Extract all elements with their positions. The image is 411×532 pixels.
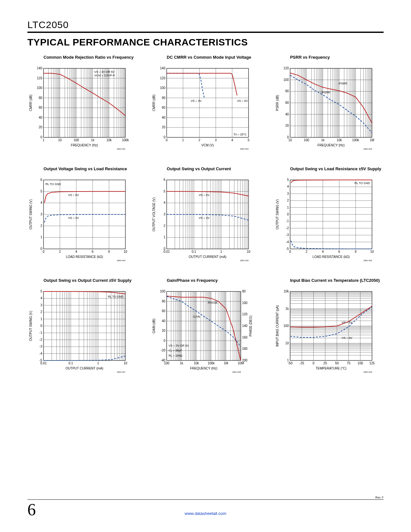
svg-text:2050 G06: 2050 G06: [363, 260, 372, 261]
svg-text:VCM (V): VCM (V): [201, 143, 214, 147]
svg-text:4: 4: [287, 185, 289, 188]
svg-text:5: 5: [164, 190, 166, 193]
svg-rect-88: [167, 68, 249, 137]
section-heading: TYPICAL PERFORMANCE CHARACTERISTICS: [27, 37, 384, 48]
svg-text:OUTPUT SWING (V): OUTPUT SWING (V): [276, 199, 279, 230]
svg-text:2: 2: [59, 250, 61, 253]
svg-text:5: 5: [287, 178, 289, 182]
svg-text:100: 100: [304, 138, 309, 142]
svg-text:PSRR (dB): PSRR (dB): [276, 95, 279, 111]
svg-text:80: 80: [39, 96, 43, 100]
svg-text:4: 4: [40, 201, 42, 204]
svg-text:140: 140: [37, 66, 42, 70]
svg-text:RL TO GND: RL TO GND: [354, 182, 370, 185]
svg-text:0: 0: [164, 135, 166, 139]
svg-text:50: 50: [335, 361, 339, 365]
svg-text:-2: -2: [286, 226, 289, 230]
svg-text:4: 4: [231, 138, 233, 142]
svg-text:1k: 1k: [180, 361, 184, 365]
chart-G05: 0.010.11100123456OUTPUT CURRENT (mA)OUTP…: [151, 178, 254, 262]
svg-text:5: 5: [40, 290, 42, 293]
svg-text:0.1: 0.1: [192, 250, 196, 253]
svg-text:1: 1: [220, 250, 222, 253]
svg-text:VS = 5V: VS = 5V: [341, 321, 352, 324]
chart-title: Output Swing vs Output Current ±5V Suppl…: [44, 278, 137, 289]
svg-text:8: 8: [108, 250, 110, 253]
svg-text:1k: 1k: [285, 307, 289, 310]
svg-text:CMRR (dB): CMRR (dB): [29, 94, 33, 111]
svg-text:8: 8: [355, 250, 357, 253]
svg-text:160: 160: [242, 336, 248, 339]
chart-G04: 02468100123456LOAD RESISTANCE (kΩ)OUTPUT…: [27, 178, 131, 262]
chart-title: DC CMRR vs Common Mode Input Voltage: [167, 55, 260, 66]
svg-text:4: 4: [322, 250, 324, 253]
svg-text:1: 1: [287, 206, 289, 209]
svg-text:40: 40: [285, 113, 289, 116]
chart-cell-G09: Input Bias Current vs Temperature (LTC20…: [274, 278, 384, 373]
svg-text:PHASE (DEG): PHASE (DEG): [249, 315, 252, 336]
svg-text:25: 25: [323, 361, 327, 365]
svg-rect-54: [44, 68, 125, 137]
svg-text:-3: -3: [39, 345, 42, 348]
svg-text:10k: 10k: [284, 290, 289, 293]
svg-text:100: 100: [283, 78, 289, 82]
svg-text:2: 2: [287, 199, 289, 202]
svg-text:VS = 5V: VS = 5V: [237, 99, 248, 103]
svg-text:125: 125: [369, 361, 375, 365]
svg-text:LOAD RESISTANCE (kΩ): LOAD RESISTANCE (kΩ): [312, 255, 349, 259]
svg-text:120: 120: [283, 66, 289, 70]
svg-text:40: 40: [39, 116, 43, 119]
svg-text:40: 40: [162, 116, 166, 119]
svg-text:TA = 25°C: TA = 25°C: [234, 133, 247, 136]
svg-text:1: 1: [182, 138, 184, 142]
svg-text:100k: 100k: [352, 138, 359, 142]
svg-text:OUTPUT SWING (V): OUTPUT SWING (V): [29, 311, 33, 341]
svg-text:1M: 1M: [224, 361, 228, 365]
svg-text:0: 0: [287, 135, 289, 139]
svg-text:-4: -4: [286, 240, 289, 244]
chart-cell-G04: Output Voltage Swing vs Load Resistance0…: [27, 166, 137, 262]
svg-text:1: 1: [287, 359, 289, 362]
svg-text:2: 2: [306, 250, 308, 253]
svg-text:0: 0: [164, 247, 166, 251]
svg-text:-3: -3: [286, 233, 289, 237]
svg-text:5: 5: [40, 190, 42, 193]
svg-text:100k: 100k: [122, 138, 129, 142]
svg-text:INPUT BIAS CURRENT (pA): INPUT BIAS CURRENT (pA): [276, 305, 279, 347]
svg-text:VCM = 0.5VP-P: VCM = 0.5VP-P: [94, 74, 115, 77]
svg-text:2: 2: [199, 138, 201, 142]
svg-text:2050 G08: 2050 G08: [232, 371, 241, 373]
svg-text:6: 6: [40, 178, 42, 182]
charts-grid: Common Mode Rejection Ratio vs Frequency…: [27, 55, 384, 373]
svg-text:180: 180: [242, 347, 248, 350]
svg-text:RL TO GND: RL TO GND: [108, 295, 124, 298]
svg-text:1: 1: [43, 138, 44, 142]
svg-text:6: 6: [164, 178, 166, 182]
svg-text:20: 20: [162, 125, 166, 129]
svg-text:100: 100: [73, 138, 79, 142]
svg-text:10: 10: [370, 250, 374, 253]
svg-text:2: 2: [40, 224, 42, 228]
chart-title: Output Voltage Swing vs Load Resistance: [44, 166, 137, 177]
svg-text:3: 3: [40, 212, 42, 216]
svg-text:-4: -4: [39, 352, 42, 355]
svg-text:80: 80: [285, 89, 289, 93]
svg-text:OUTPUT CURRENT (mA): OUTPUT CURRENT (mA): [189, 255, 227, 259]
chart-cell-G05: Output Swing vs Output Current0.010.1110…: [151, 166, 260, 262]
svg-text:VS = 3V OR 5V: VS = 3V OR 5V: [94, 70, 114, 74]
svg-text:0: 0: [40, 247, 42, 251]
svg-text:OUTPUT SWING (V): OUTPUT SWING (V): [29, 199, 33, 230]
svg-text:120: 120: [160, 76, 166, 80]
svg-text:100k: 100k: [208, 361, 215, 365]
svg-text:10k: 10k: [106, 138, 112, 142]
svg-text:-5: -5: [286, 247, 289, 251]
svg-text:1k: 1k: [91, 138, 95, 142]
svg-text:1: 1: [164, 235, 166, 239]
chart-G08: 1001k10k100k1M10M-40-2002040608010080100…: [151, 290, 254, 373]
chart-cell-G02: DC CMRR vs Common Mode Input Voltage0123…: [151, 55, 260, 150]
svg-text:20: 20: [39, 125, 43, 129]
chart-cell-G08: Gain/Phase vs Frequency1001k10k100k1M10M…: [151, 278, 260, 373]
svg-text:VS = 5V: VS = 5V: [68, 193, 79, 197]
svg-text:VS = 5V: VS = 5V: [199, 193, 210, 197]
svg-text:RL TO GND: RL TO GND: [45, 182, 61, 186]
